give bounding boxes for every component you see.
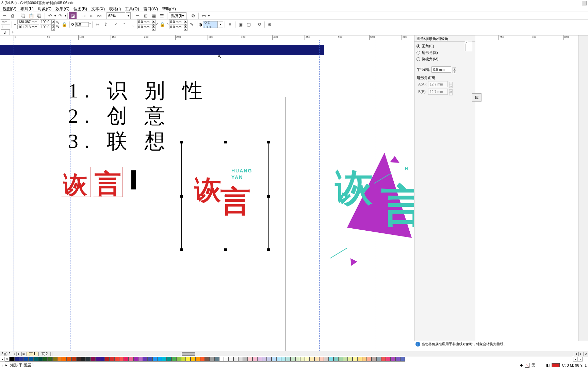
snap-button[interactable]: 贴齐(I) ▾	[169, 12, 186, 19]
right-glyph-1[interactable]: 诙	[335, 163, 373, 214]
color-swatch[interactable]	[400, 357, 405, 362]
ruler-horizontal[interactable]: 0501001502002503003504004505005506006507…	[0, 35, 583, 40]
relative-corner[interactable]: ✎	[188, 21, 196, 28]
huang-label-2[interactable]: YAN	[231, 174, 243, 180]
convert-curves[interactable]: ⟲	[256, 21, 263, 28]
color-swatch[interactable]	[95, 357, 100, 362]
color-swatch[interactable]	[329, 357, 333, 362]
print-button[interactable]: ⎙	[9, 12, 16, 19]
fullscreen-button[interactable]: ▭	[134, 12, 141, 19]
page-next[interactable]: ▸	[17, 352, 21, 356]
outline-width-input[interactable]: 0.2 mm	[203, 21, 218, 28]
scrollbar-horizontal[interactable]	[52, 352, 572, 356]
scale-w[interactable]: 100.0	[40, 19, 51, 24]
color-swatch[interactable]	[357, 357, 362, 362]
color-swatch[interactable]	[252, 357, 257, 362]
color-swatch[interactable]	[100, 357, 105, 362]
color-swatch[interactable]	[343, 357, 348, 362]
rotation-input[interactable]: 0.0	[75, 22, 89, 27]
color-swatch[interactable]	[57, 357, 62, 362]
color-swatch[interactable]	[314, 357, 319, 362]
color-swatch[interactable]	[52, 357, 57, 362]
outline-none-icon[interactable]	[525, 363, 529, 368]
color-swatch[interactable]	[395, 357, 400, 362]
color-swatch[interactable]	[181, 357, 186, 362]
wrap-text[interactable]: ≡	[226, 21, 234, 28]
palette-scroll-right[interactable]: ▸	[573, 357, 578, 362]
center-glyph-1[interactable]: 诙	[195, 172, 221, 208]
handle-bl[interactable]	[180, 248, 183, 251]
corner-bl[interactable]: 0.0 mm	[137, 25, 152, 29]
grid-button[interactable]: ▦	[150, 12, 158, 19]
outline-dd[interactable]: ▾	[218, 21, 223, 28]
text-line-3[interactable]: 3. 联 想	[68, 127, 171, 155]
color-swatch[interactable]	[10, 357, 14, 362]
launch-button[interactable]: ▭	[200, 12, 208, 19]
color-swatch[interactable]	[391, 357, 395, 362]
color-swatch[interactable]	[319, 357, 324, 362]
handle-tl[interactable]	[180, 141, 183, 143]
color-swatch[interactable]	[324, 357, 329, 362]
hscroll-left[interactable]: ◂	[574, 352, 578, 356]
page-tab-2[interactable]: 页 2	[38, 352, 51, 356]
swatch-none[interactable]	[5, 357, 10, 362]
color-swatch[interactable]	[333, 357, 338, 362]
corner-round-icon[interactable]: ◜	[113, 21, 120, 28]
color-swatch[interactable]	[338, 357, 343, 362]
center-glyph-2[interactable]: 言	[220, 181, 250, 222]
page-prev[interactable]: ◂	[12, 352, 17, 356]
fill-swatch[interactable]	[552, 363, 560, 367]
copy-button[interactable]: ⿻	[19, 12, 27, 19]
import-button[interactable]: ⇥	[80, 12, 87, 19]
color-swatch[interactable]	[105, 357, 110, 362]
color-swatch[interactable]	[172, 357, 176, 362]
color-swatch[interactable]	[143, 357, 148, 362]
radio-chamfer[interactable]: 倒棱角(M)	[416, 56, 473, 62]
color-swatch[interactable]	[214, 357, 219, 362]
guide-v[interactable]	[319, 40, 320, 351]
rulers-button[interactable]: ⊞	[142, 12, 149, 19]
color-swatch[interactable]	[381, 357, 386, 362]
color-swatch[interactable]	[362, 357, 367, 362]
color-swatch[interactable]	[229, 357, 233, 362]
huang-label-1[interactable]: HUANG	[231, 168, 252, 173]
status-nav[interactable]: ▸	[5, 363, 7, 367]
mirror-v[interactable]: ⇕	[102, 21, 110, 28]
text-line-2[interactable]: 2. 创 意	[68, 102, 171, 130]
color-swatch[interactable]	[348, 357, 353, 362]
color-swatch[interactable]	[272, 357, 276, 362]
undo-button[interactable]: ↶	[46, 12, 54, 19]
handle-tc[interactable]	[224, 141, 227, 143]
zoom-dropdown[interactable]: ▾	[126, 12, 131, 19]
menu-tools[interactable]: 工具(Q)	[124, 6, 140, 12]
handle-br[interactable]	[267, 248, 270, 251]
menu-window[interactable]: 窗口(W)	[142, 6, 159, 12]
guide-v[interactable]	[14, 40, 14, 351]
corner-tr[interactable]: 0.0 mm	[169, 19, 184, 24]
color-swatch[interactable]	[114, 357, 119, 362]
color-swatch[interactable]	[14, 357, 19, 362]
scale-h[interactable]: 100.0	[40, 25, 51, 29]
color-swatch[interactable]	[162, 357, 167, 362]
color-swatch[interactable]	[200, 357, 205, 362]
options-button[interactable]: ⚙	[190, 12, 197, 19]
apply-button[interactable]: 应	[472, 93, 481, 102]
page-add[interactable]: ⊞	[21, 352, 26, 356]
color-swatch[interactable]	[281, 357, 286, 362]
clone-button[interactable]: ⿻	[36, 12, 43, 19]
color-swatch[interactable]	[110, 357, 114, 362]
corner-scallop-icon[interactable]: ◝	[121, 21, 128, 28]
color-swatch[interactable]	[238, 357, 243, 362]
menu-help[interactable]: 帮助(H)	[161, 6, 177, 12]
color-swatch[interactable]	[386, 357, 391, 362]
color-swatch[interactable]	[86, 357, 91, 362]
corner-br[interactable]: 0.0 mm	[169, 25, 184, 29]
color-swatch[interactable]	[129, 357, 133, 362]
color-swatch[interactable]	[24, 357, 29, 362]
color-swatch[interactable]	[376, 357, 381, 362]
color-swatch[interactable]	[62, 357, 67, 362]
color-swatch[interactable]	[33, 357, 38, 362]
canvas[interactable]: ↖ 1. 识 别 性 2. 创 意 3. 联 想 诙 诙 言	[0, 40, 583, 351]
redo-dd[interactable]: ▾	[65, 14, 66, 17]
color-swatch[interactable]	[233, 357, 238, 362]
